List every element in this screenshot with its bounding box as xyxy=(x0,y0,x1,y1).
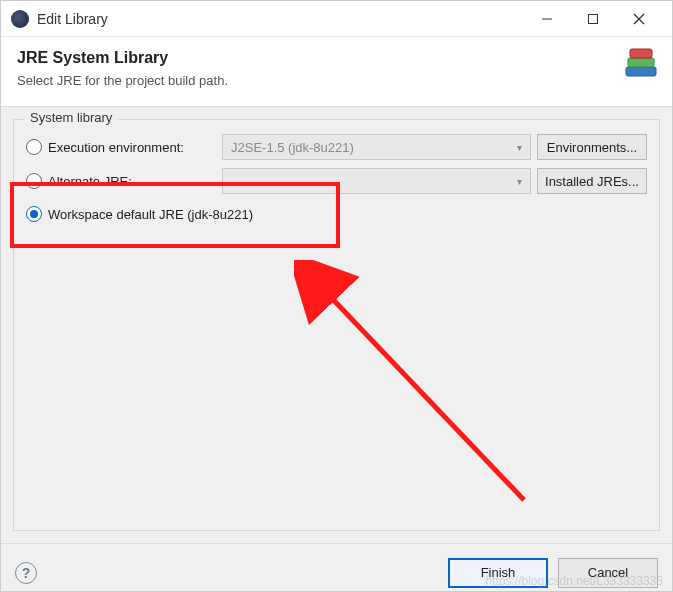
annotation-arrow-icon xyxy=(294,260,554,520)
svg-rect-6 xyxy=(630,49,652,58)
chevron-down-icon: ▾ xyxy=(517,142,522,153)
execution-environment-value: J2SE-1.5 (jdk-8u221) xyxy=(231,140,354,155)
workspace-default-radio[interactable]: Workspace default JRE (jdk-8u221) xyxy=(26,206,253,222)
titlebar: Edit Library xyxy=(1,1,672,37)
minimize-button[interactable] xyxy=(524,4,570,34)
installed-jres-button[interactable]: Installed JREs... xyxy=(537,168,647,194)
group-legend: System library xyxy=(24,110,118,125)
execution-environment-row: Execution environment: J2SE-1.5 (jdk-8u2… xyxy=(26,134,647,160)
execution-environment-combo[interactable]: J2SE-1.5 (jdk-8u221) ▾ xyxy=(222,134,531,160)
maximize-button[interactable] xyxy=(570,4,616,34)
svg-line-8 xyxy=(324,290,524,500)
svg-rect-1 xyxy=(589,14,598,23)
dialog-content: System library Execution environment: J2… xyxy=(1,107,672,543)
watermark-text: https://blog.csdn.net/L333333333 xyxy=(486,574,663,588)
radio-icon xyxy=(26,173,42,189)
alternate-jre-label: Alternate JRE: xyxy=(48,174,132,189)
workspace-default-label: Workspace default JRE (jdk-8u221) xyxy=(48,207,253,222)
close-button[interactable] xyxy=(616,4,662,34)
radio-icon xyxy=(26,139,42,155)
library-books-icon xyxy=(620,45,662,87)
system-library-group: System library Execution environment: J2… xyxy=(13,119,660,531)
alternate-jre-combo[interactable]: ▾ xyxy=(222,168,531,194)
page-title: JRE System Library xyxy=(17,49,656,67)
alternate-jre-radio[interactable]: Alternate JRE: xyxy=(26,173,216,189)
dialog-header: JRE System Library Select JRE for the pr… xyxy=(1,37,672,107)
window-title: Edit Library xyxy=(37,11,524,27)
eclipse-icon xyxy=(11,10,29,28)
radio-icon xyxy=(26,206,42,222)
environments-button[interactable]: Environments... xyxy=(537,134,647,160)
workspace-default-row: Workspace default JRE (jdk-8u221) xyxy=(26,202,647,226)
execution-environment-radio[interactable]: Execution environment: xyxy=(26,139,216,155)
page-subtitle: Select JRE for the project build path. xyxy=(17,73,656,88)
chevron-down-icon: ▾ xyxy=(517,176,522,187)
svg-rect-5 xyxy=(628,58,654,67)
execution-environment-label: Execution environment: xyxy=(48,140,184,155)
svg-rect-4 xyxy=(626,67,656,76)
alternate-jre-row: Alternate JRE: ▾ Installed JREs... xyxy=(26,168,647,194)
help-icon[interactable]: ? xyxy=(15,562,37,584)
